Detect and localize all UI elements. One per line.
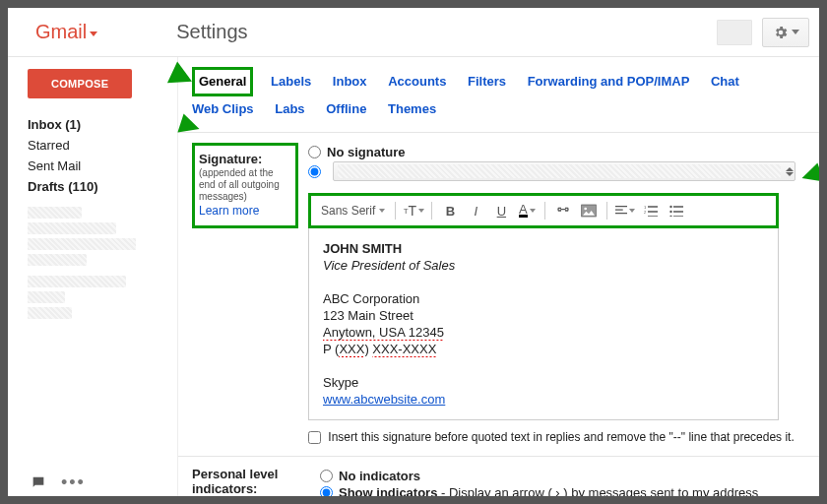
more-icon[interactable]: ••• xyxy=(61,478,86,486)
nav-inbox[interactable]: Inbox (1) xyxy=(28,114,169,135)
svg-point-5 xyxy=(670,211,672,213)
tab-labs[interactable]: Labs xyxy=(275,98,304,120)
svg-text:2: 2 xyxy=(644,210,647,215)
tab-general[interactable]: General xyxy=(192,67,253,96)
radio-no-signature[interactable] xyxy=(308,146,321,158)
sidebar-extra-blurred xyxy=(28,207,169,319)
compose-button[interactable]: COMPOSE xyxy=(28,69,132,98)
align-button[interactable] xyxy=(615,202,635,220)
caret-down-icon xyxy=(379,209,385,213)
insert-before-row: Insert this signature before quoted text… xyxy=(308,430,795,444)
stepper-up-icon xyxy=(786,167,794,171)
link-button[interactable] xyxy=(553,202,573,220)
caret-down-icon xyxy=(90,32,97,36)
divider xyxy=(178,132,819,133)
svg-point-4 xyxy=(670,206,672,208)
numbered-list-button[interactable]: 12 xyxy=(641,202,661,220)
gmail-logo-text: Gmail xyxy=(35,21,87,43)
no-indicators-label: No indicators xyxy=(339,469,420,483)
page-title: Settings xyxy=(176,21,247,43)
sig-name: JOHN SMITH xyxy=(323,240,764,257)
settings-tabs: General Labels Inbox Accounts Filters Fo… xyxy=(178,57,819,120)
sidebar: COMPOSE Inbox (1) Starred Sent Mail Draf… xyxy=(8,57,177,496)
caret-down-icon xyxy=(418,209,424,213)
nav-starred[interactable]: Starred xyxy=(28,135,169,156)
signature-hint: (appended at the end of all outgoing mes… xyxy=(199,167,287,203)
insert-before-label: Insert this signature before quoted text… xyxy=(328,430,794,444)
indicators-heading: Personal level indicators: xyxy=(192,467,278,496)
sig-skype: Skype xyxy=(323,374,764,391)
topbar: Gmail Settings xyxy=(8,8,819,57)
insert-before-checkbox[interactable] xyxy=(308,431,321,444)
divider xyxy=(178,456,819,457)
show-indicators-label: Show indicators xyxy=(339,485,437,496)
nav-list: Inbox (1) Starred Sent Mail Drafts (110) xyxy=(28,114,169,197)
font-size-button[interactable]: TT xyxy=(404,202,423,220)
caret-down-icon xyxy=(792,30,799,34)
tab-themes[interactable]: Themes xyxy=(388,98,436,120)
tab-accounts[interactable]: Accounts xyxy=(388,71,446,93)
text-color-button[interactable]: A xyxy=(517,202,537,220)
tab-chat[interactable]: Chat xyxy=(711,71,739,93)
settings-gear-button[interactable] xyxy=(762,18,809,47)
sig-street: 123 Main Street xyxy=(323,307,764,324)
tab-offline[interactable]: Offline xyxy=(326,98,366,120)
sig-url[interactable]: www.abcwebsite.com xyxy=(323,392,445,407)
svg-point-6 xyxy=(670,216,672,217)
show-indicators-desc: - Display an arrow ( › ) by messages sen… xyxy=(437,485,758,496)
stepper-down-icon xyxy=(786,172,794,176)
learn-more-link[interactable]: Learn more xyxy=(199,204,259,218)
content: General Labels Inbox Accounts Filters Fo… xyxy=(177,57,819,496)
account-avatar[interactable] xyxy=(717,20,752,45)
tab-filters[interactable]: Filters xyxy=(468,71,506,93)
signature-heading: Signature: xyxy=(199,152,262,166)
tab-webclips[interactable]: Web Clips xyxy=(192,98,254,120)
font-picker[interactable]: Sans Serif xyxy=(319,204,387,218)
signature-toolbar: Sans Serif TT B I U A xyxy=(308,193,779,228)
italic-button[interactable]: I xyxy=(466,202,485,220)
no-signature-label: No signature xyxy=(327,145,405,159)
indicators-section: Personal level indicators: No indicators… xyxy=(178,463,819,496)
chat-icon[interactable] xyxy=(30,474,47,490)
radio-use-signature[interactable] xyxy=(308,165,321,178)
bulleted-list-button[interactable] xyxy=(667,202,686,220)
radio-show-indicators[interactable] xyxy=(320,486,333,496)
signature-section: Signature: (appended at the end of all o… xyxy=(178,139,819,444)
tab-forwarding[interactable]: Forwarding and POP/IMAP xyxy=(528,71,690,93)
sig-city: Anytown, USA 12345 xyxy=(323,324,764,341)
gear-icon xyxy=(773,25,789,40)
svg-point-1 xyxy=(585,208,588,211)
nav-sent[interactable]: Sent Mail xyxy=(28,156,169,176)
tab-labels[interactable]: Labels xyxy=(271,71,311,93)
font-label: Sans Serif xyxy=(321,204,375,218)
bold-button[interactable]: B xyxy=(440,202,460,220)
identity-selector[interactable] xyxy=(333,161,795,181)
signature-label-box: Signature: (appended at the end of all o… xyxy=(192,143,298,228)
caret-down-icon xyxy=(629,209,635,213)
nav-drafts[interactable]: Drafts (110) xyxy=(28,176,169,197)
radio-no-indicators[interactable] xyxy=(320,470,333,482)
signature-editor[interactable]: JOHN SMITH Vice President of Sales ABC C… xyxy=(308,228,779,420)
image-button[interactable] xyxy=(579,202,599,220)
sig-phone: P (XXX) XXX-XXXX xyxy=(323,341,764,357)
caret-down-icon xyxy=(530,209,536,213)
tab-inbox[interactable]: Inbox xyxy=(333,71,367,93)
sig-title: Vice President of Sales xyxy=(323,257,764,274)
sig-company: ABC Corporation xyxy=(323,290,764,307)
underline-button[interactable]: U xyxy=(491,202,511,220)
identity-value-blurred xyxy=(338,164,781,178)
gmail-logo[interactable]: Gmail xyxy=(35,21,97,43)
